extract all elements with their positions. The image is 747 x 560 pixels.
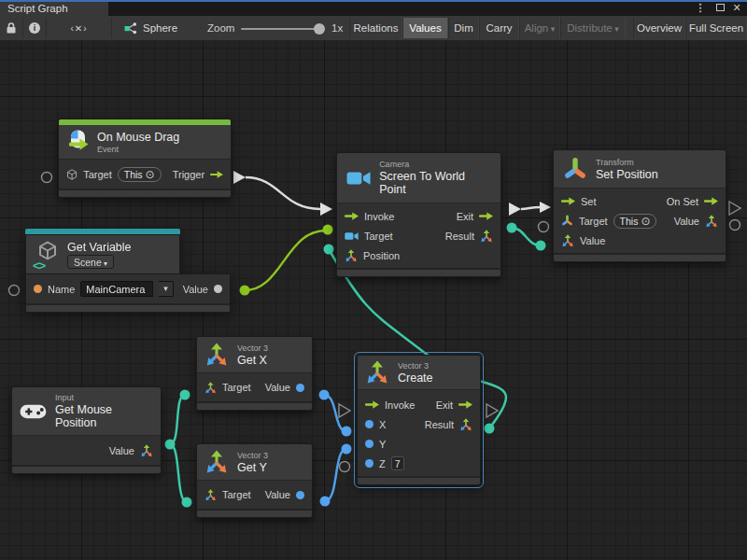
kebab-menu-icon[interactable] xyxy=(695,2,706,15)
close-icon[interactable] xyxy=(730,2,743,15)
toolbar-button-carry[interactable]: Carry xyxy=(479,18,519,38)
variable-scope-dropdown[interactable]: Scene xyxy=(67,255,114,269)
node-vector3-get-y[interactable]: Vector 3 Get Y Target Value xyxy=(196,443,313,518)
toolbar-button-distribute[interactable]: Distribute xyxy=(560,18,626,38)
flow-arrow-icon[interactable] xyxy=(704,197,718,205)
node-footer xyxy=(12,465,161,473)
zoom-label: Zoom xyxy=(207,18,234,38)
flow-arrow-icon[interactable] xyxy=(458,400,472,409)
focus-highlight-line xyxy=(0,0,747,2)
object-picker-icon[interactable] xyxy=(641,215,650,228)
node-footer xyxy=(197,509,312,517)
float-port-dot[interactable] xyxy=(365,459,374,468)
flow-arrow-icon[interactable] xyxy=(345,212,359,220)
node-screen-to-world-point[interactable]: Camera Screen To World Point Invoke Exit… xyxy=(336,152,501,277)
node-get-mouse-position[interactable]: Input Get Mouse Position Value xyxy=(11,386,162,474)
node-footer xyxy=(358,476,480,484)
flow-arrow-icon[interactable] xyxy=(479,212,493,220)
chevrons-icon: <> xyxy=(33,259,45,273)
unity-visual-scripting-window: On Mouse Drag Event Target This Trigger … xyxy=(0,0,747,560)
string-port-dot[interactable] xyxy=(34,285,42,293)
port-label-invoke: Invoke xyxy=(385,399,415,411)
mouse-drag-icon xyxy=(68,130,89,154)
node-title: Get Variable xyxy=(67,241,132,254)
node-category: Event xyxy=(97,145,179,154)
node-on-mouse-drag[interactable]: On Mouse Drag Event Target This Trigger xyxy=(58,119,232,198)
port-label-position: Position xyxy=(363,250,400,261)
variable-name-dropdown-button[interactable] xyxy=(159,281,174,297)
object-picker-icon[interactable] xyxy=(146,168,155,181)
toolbar-button-full-screen[interactable]: Full Screen xyxy=(685,18,747,38)
port-label-value-out: Value xyxy=(674,216,699,227)
node-category: Input xyxy=(55,393,153,402)
variable-name-field[interactable]: MainCamera xyxy=(80,281,153,297)
z-value-field[interactable]: 7 xyxy=(391,456,404,470)
port-label-trigger: Trigger xyxy=(173,169,204,180)
graph-icon xyxy=(124,21,137,35)
node-category: Vector 3 xyxy=(237,451,268,460)
node-footer xyxy=(337,268,500,276)
float-port-dot[interactable] xyxy=(296,384,304,392)
port-label-set: Set xyxy=(581,196,597,207)
target-this-chip[interactable]: This xyxy=(613,214,657,229)
vector3-port-icon[interactable] xyxy=(480,230,493,243)
camera-icon xyxy=(346,170,371,187)
node-title: Create xyxy=(398,371,433,385)
node-title: On Mouse Drag xyxy=(97,131,179,144)
float-port-dot[interactable] xyxy=(365,440,374,448)
vector3-port-icon[interactable] xyxy=(204,489,217,501)
transform-port-icon[interactable] xyxy=(561,215,573,227)
vector3-port-icon[interactable] xyxy=(561,234,574,247)
node-title: Screen To World Point xyxy=(379,170,491,196)
maximize-icon[interactable] xyxy=(713,2,726,15)
node-vector3-create[interactable]: Vector 3 Create Invoke Exit X Result Y xyxy=(357,355,481,485)
node-set-position[interactable]: Transform Set Position Set On Set Target… xyxy=(553,149,726,262)
node-get-variable[interactable]: <> Get Variable Scene Name MainCamera Va… xyxy=(25,229,231,313)
vector3-port-icon[interactable] xyxy=(345,249,358,262)
lock-button[interactable] xyxy=(0,18,23,38)
port-label-target: Target xyxy=(83,169,112,180)
port-label-value: Value xyxy=(183,284,208,295)
zoom-slider[interactable] xyxy=(241,28,323,30)
gamepad-icon xyxy=(20,403,47,420)
info-button[interactable]: i xyxy=(23,18,47,38)
code-view-button[interactable] xyxy=(47,18,112,38)
toolbar-button-overview[interactable]: Overview xyxy=(633,18,685,38)
gameobject-cube-icon xyxy=(66,168,78,181)
vector3-port-icon[interactable] xyxy=(204,382,217,394)
port-label-on-set: On Set xyxy=(667,196,698,207)
zoom-slider-knob[interactable] xyxy=(314,23,325,35)
vector3-port-icon[interactable] xyxy=(459,418,472,431)
camera-port-icon[interactable] xyxy=(345,231,359,241)
vector3-port-icon[interactable] xyxy=(705,215,718,228)
toolbar-button-values[interactable]: Values xyxy=(402,18,448,38)
tab-script-graph[interactable]: Script Graph xyxy=(0,2,108,16)
toolbar-button-align[interactable]: Align xyxy=(519,18,560,38)
port-label-name: Name xyxy=(48,284,75,295)
toolbar-button-dim[interactable]: Dim xyxy=(448,18,479,38)
port-label-exit: Exit xyxy=(436,399,453,411)
flow-arrow-icon[interactable] xyxy=(210,170,223,179)
float-port-dot[interactable] xyxy=(296,491,304,499)
node-vector3-get-x[interactable]: Vector 3 Get X Target Value xyxy=(196,336,313,411)
port-label-exit: Exit xyxy=(457,211,473,222)
flow-arrow-icon[interactable] xyxy=(561,197,575,205)
node-title: Set Position xyxy=(596,168,658,181)
vector3-port-icon[interactable] xyxy=(140,444,153,457)
node-footer xyxy=(197,401,312,410)
window-tab-bar: Script Graph xyxy=(0,0,747,16)
float-port-dot[interactable] xyxy=(365,420,374,428)
node-footer xyxy=(26,303,230,312)
object-port-dot[interactable] xyxy=(214,285,222,293)
target-this-chip[interactable]: This xyxy=(118,167,162,182)
node-footer xyxy=(554,253,726,261)
scene-variable-icon: <> xyxy=(34,241,60,269)
node-category: Vector 3 xyxy=(398,361,433,371)
port-label-target: Target xyxy=(222,382,251,393)
port-label-target: Target xyxy=(364,231,393,242)
flow-arrow-icon[interactable] xyxy=(365,400,379,409)
breadcrumb[interactable]: Sphere xyxy=(124,18,177,38)
node-title: Get X xyxy=(237,354,268,367)
node-category: Vector 3 xyxy=(237,343,268,353)
toolbar-button-relations[interactable]: Relations xyxy=(349,18,402,38)
